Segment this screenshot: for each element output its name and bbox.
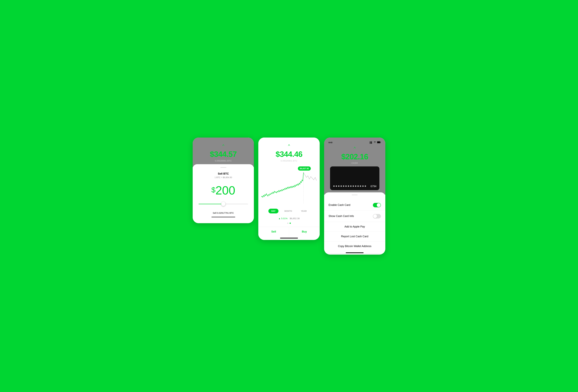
screen1-content: Sell BTC 1 BTC = $6,854.50 $200 Sell 0.0… [193,164,254,223]
btc-price-2: $344.46 [261,150,317,159]
report-lost-cash-card-item[interactable]: Report Lost Cash Card [324,232,385,242]
toggle-knob-1 [377,203,381,207]
cash-amount: $202.16 [327,152,382,161]
screen2-header: ^ $344.46 0.05026901 BTC [258,138,320,165]
sell-btc-label: Sell 0.02917791 BTC [197,212,249,216]
slider-track [199,204,248,204]
signal-icon: ▌▌ [370,141,373,144]
amount-slider[interactable] [197,202,249,209]
time-selector: DAY MONTH YEAR [261,206,317,216]
chevron-up-icon[interactable]: ^ [196,144,251,148]
btc-chart-screen: ^ $344.46 0.05026901 BTC $6,637.92 [258,138,320,240]
time-btn-year[interactable]: YEAR [298,209,310,213]
home-indicator-3 [346,252,364,253]
change-percent: ▲ 5.01% [278,217,288,220]
btc-amount-2: 0.05026901 BTC [261,159,317,162]
status-icons: ▌▌ [370,141,381,144]
battery-icon [377,141,381,144]
btc-price: $344.57 [196,150,251,159]
show-cash-card-info-label: Show Cash Card Info [329,215,354,218]
add-to-apple-pay-item[interactable]: Add to Apple Pay [324,222,385,232]
time-btn-day[interactable]: DAY [268,209,279,213]
chevron-up-icon-3[interactable]: ^ [327,146,382,151]
status-bar: 9:43 ▌▌ [327,141,382,146]
sell-buy-buttons: Sell Buy [258,227,320,237]
card-last-digits: 6794 [371,185,377,188]
screens-container: ^ $344.57 0.05026901 BTC Sell BTC 1 BTC … [193,138,385,255]
price-tooltip: $6,637.92 [298,166,311,171]
status-time: 9:43 [329,141,333,144]
screen3-header: 9:43 ▌▌ [324,138,385,195]
pagination-dots [258,221,320,225]
cash-card: ●●●● ●●●●● ●●●●● 6794 [330,166,379,190]
home-indicator [280,238,298,239]
drag-handle[interactable] [220,167,226,168]
sell-amount: $200 [197,185,249,196]
show-cash-card-info-toggle[interactable] [373,214,381,218]
enable-cash-card-item: Enable Cash Card [324,200,385,211]
copy-bitcoin-wallet-address-item[interactable]: Copy Bitcoin Wallet Address [324,242,385,251]
chart-stats: ▲ 5.01% $6,852.38 [258,216,320,221]
chart-area: $6,637.92 [258,165,320,206]
time-btn-month[interactable]: MONTH [282,209,295,213]
drag-handle-3[interactable] [352,195,358,195]
cash-label: CASH [327,162,382,164]
price-chart [261,171,317,203]
slider-thumb[interactable] [221,202,225,206]
dot-1 [287,223,289,224]
sell-rate: 1 BTC = $6,854.50 [197,176,249,179]
buy-button[interactable]: Buy [289,227,320,237]
sell-amount-number: 200 [215,184,235,197]
sell-title: Sell BTC [197,172,249,175]
card-dots-2: ●●●●● [343,184,355,188]
card-dots-3: ●●●●● [355,184,367,188]
enable-cash-card-label: Enable Cash Card [329,203,350,207]
show-cash-card-info-item: Show Cash Card Info [324,211,385,222]
sell-button[interactable]: Sell [258,227,289,237]
screen3-content: Enable Cash Card Show Cash Card Info Add… [324,192,385,253]
dollar-sign: $ [211,186,215,194]
cash-card-screen: 9:43 ▌▌ [324,138,385,255]
screen1-header: ^ $344.57 0.05026901 BTC [193,138,254,167]
chevron-up-icon-2[interactable]: ^ [261,144,317,148]
card-dots-1: ●●●● [333,184,343,188]
enable-cash-card-toggle[interactable] [373,203,381,207]
dot-2 [289,223,291,224]
sell-btc-screen: ^ $344.57 0.05026901 BTC Sell BTC 1 BTC … [193,138,254,223]
btc-amount: 0.05026901 BTC [196,159,251,162]
toggle-knob-2 [373,214,377,218]
sell-btc-underline [211,217,235,217]
svg-rect-3 [377,142,380,143]
slider-fill [199,204,223,204]
wifi-icon [374,141,376,144]
change-price: $6,852.38 [290,217,300,220]
